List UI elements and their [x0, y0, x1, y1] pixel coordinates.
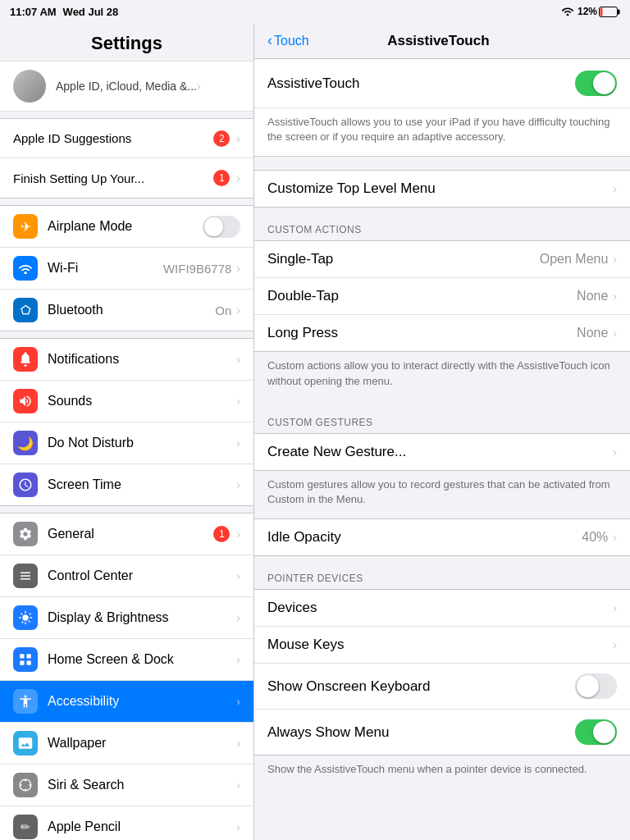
sidebar-item-control-center[interactable]: Control Center › [0, 555, 253, 597]
sidebar-chevron: › [236, 395, 240, 408]
display-icon [13, 605, 38, 630]
pencil-icon: ✏ [13, 815, 38, 839]
sidebar-label: Finish Setting Up Your... [13, 171, 213, 185]
sidebar-item-finish-setup[interactable]: Finish Setting Up Your... 1 › [0, 158, 253, 198]
create-gesture-chevron: › [613, 445, 617, 459]
panel-title: AssistiveTouch [309, 33, 568, 49]
show-onscreen-keyboard-label: Show Onscreen Keyboard [267, 678, 575, 695]
sidebar-label: Airplane Mode [48, 219, 203, 234]
long-press-chevron: › [613, 326, 617, 340]
sidebar-label: Apple ID Suggestions [13, 131, 213, 145]
long-press-row[interactable]: Long Press None › [254, 315, 630, 351]
sidebar-item-notifications[interactable]: Notifications › [0, 339, 253, 381]
custom-actions-description: Custom actions allow you to interact dir… [254, 352, 630, 399]
sidebar-item-bluetooth[interactable]: ⬠ Bluetooth On › [0, 290, 253, 331]
dnd-icon: 🌙 [13, 431, 38, 455]
svg-rect-2 [600, 7, 603, 16]
assistivetouch-section: AssistiveTouch AssistiveTouch allows you… [254, 59, 630, 157]
sidebar-badge: 2 [213, 130, 230, 147]
battery-percent: 12% [578, 6, 597, 17]
always-show-menu-toggle[interactable] [575, 719, 617, 745]
show-onscreen-keyboard-row: Show Onscreen Keyboard [254, 664, 630, 710]
sidebar-chevron: › [236, 304, 240, 317]
sidebar-label: Display & Brightness [48, 610, 236, 625]
pointer-devices-group: Devices › Mouse Keys › Show Onscreen Key… [254, 589, 630, 756]
sidebar-chevron: › [236, 527, 240, 541]
assistivetouch-toggle[interactable] [575, 71, 617, 96]
sidebar-label: Siri & Search [48, 778, 236, 792]
panel-header: ‹ Touch AssistiveTouch [254, 23, 630, 59]
sidebar-chevron: › [236, 262, 240, 275]
single-tap-value: Open Menu [540, 252, 609, 267]
sidebar-label: Control Center [48, 568, 236, 583]
show-onscreen-keyboard-toggle[interactable] [575, 673, 617, 699]
sidebar-item-wallpaper[interactable]: Wallpaper › [0, 723, 253, 765]
wifi-icon [561, 6, 574, 17]
sounds-icon [13, 389, 38, 413]
customize-menu-row[interactable]: Customize Top Level Menu › [254, 171, 630, 207]
devices-label: Devices [267, 600, 613, 616]
sidebar-item-siri-search[interactable]: Siri & Search › [0, 765, 253, 806]
airplane-icon: ✈ [13, 214, 38, 239]
sidebar-label: Apple Pencil [48, 819, 236, 834]
long-press-label: Long Press [267, 325, 577, 341]
double-tap-value: None [577, 289, 608, 304]
back-button[interactable]: ‹ Touch [267, 32, 309, 49]
devices-row[interactable]: Devices › [254, 590, 630, 627]
home-screen-icon [13, 647, 38, 672]
sidebar-item-do-not-disturb[interactable]: 🌙 Do Not Disturb › [0, 422, 253, 464]
idle-opacity-chevron: › [613, 531, 617, 544]
account-subtitle: Apple ID, iCloud, Media &... [56, 80, 197, 93]
siri-icon [13, 773, 38, 797]
sidebar-item-airplane-mode[interactable]: ✈ Airplane Mode [0, 206, 253, 248]
sidebar-item-accessibility[interactable]: Accessibility › [0, 681, 253, 723]
sidebar-label: Sounds [48, 394, 236, 409]
status-bar: 11:07 AM Wed Jul 28 12% [0, 0, 630, 23]
mouse-keys-row[interactable]: Mouse Keys › [254, 627, 630, 664]
idle-opacity-label: Idle Opacity [267, 529, 582, 546]
sidebar-label: Wi-Fi [48, 261, 163, 276]
sidebar-chevron: › [236, 353, 240, 366]
customize-menu-label: Customize Top Level Menu [267, 180, 613, 197]
avatar [13, 70, 46, 103]
status-icons: 12% [561, 6, 620, 17]
assistivetouch-description: AssistiveTouch allows you to use your iP… [254, 108, 630, 156]
always-show-menu-description: Show the AssistiveTouch menu when a poin… [254, 756, 630, 788]
sidebar-item-home-screen[interactable]: Home Screen & Dock › [0, 639, 253, 681]
sidebar-item-sounds[interactable]: Sounds › [0, 381, 253, 422]
sidebar-item-wifi[interactable]: Wi-Fi WIFI9B6778 › [0, 248, 253, 290]
single-tap-row[interactable]: Single-Tap Open Menu › [254, 241, 630, 278]
panel-content: AssistiveTouch AssistiveTouch allows you… [254, 59, 630, 840]
sidebar-section-network: ✈ Airplane Mode Wi-Fi WIFI9B6778 › ⬠ Blu… [0, 205, 253, 331]
sidebar-item-display-brightness[interactable]: Display & Brightness › [0, 597, 253, 639]
right-panel: ‹ Touch AssistiveTouch AssistiveTouch As… [254, 23, 630, 840]
idle-opacity-row[interactable]: Idle Opacity 40% › [254, 519, 630, 555]
double-tap-row[interactable]: Double-Tap None › [254, 278, 630, 315]
sidebar-item-apple-pencil[interactable]: ✏ Apple Pencil › [0, 806, 253, 840]
sidebar-label: Do Not Disturb [48, 436, 236, 450]
svg-rect-4 [27, 654, 31, 658]
single-tap-label: Single-Tap [267, 251, 540, 267]
create-gesture-row[interactable]: Create New Gesture... › [254, 434, 630, 470]
general-badge: 1 [213, 526, 230, 542]
back-label: Touch [274, 34, 309, 48]
sidebar-account-row[interactable]: Apple ID, iCloud, Media &... › [0, 61, 253, 112]
sidebar-item-screen-time[interactable]: Screen Time › [0, 464, 253, 505]
toggle-knob [593, 72, 615, 94]
sidebar-item-general[interactable]: General 1 › [0, 514, 253, 555]
sidebar-chevron: › [236, 132, 240, 145]
airplane-toggle[interactable] [203, 216, 240, 238]
sidebar-section-device: General 1 › Control Center › Display & B… [0, 513, 253, 840]
custom-actions-header: CUSTOM ACTIONS [254, 208, 630, 240]
sidebar-item-apple-id-suggestions[interactable]: Apple ID Suggestions 2 › [0, 119, 253, 158]
custom-actions-group: Single-Tap Open Menu › Double-Tap None ›… [254, 240, 630, 352]
always-show-menu-row: Always Show Menu [254, 710, 630, 755]
svg-rect-6 [27, 661, 31, 665]
sidebar: Settings Apple ID, iCloud, Media &... › … [0, 23, 254, 840]
sidebar-chevron: › [236, 778, 240, 792]
sidebar-chevron: › [236, 569, 240, 582]
accessibility-icon [13, 689, 38, 714]
custom-gestures-group: Create New Gesture... › [254, 433, 630, 471]
sidebar-chevron: › [236, 653, 240, 666]
sidebar-chevron: › [236, 171, 240, 185]
